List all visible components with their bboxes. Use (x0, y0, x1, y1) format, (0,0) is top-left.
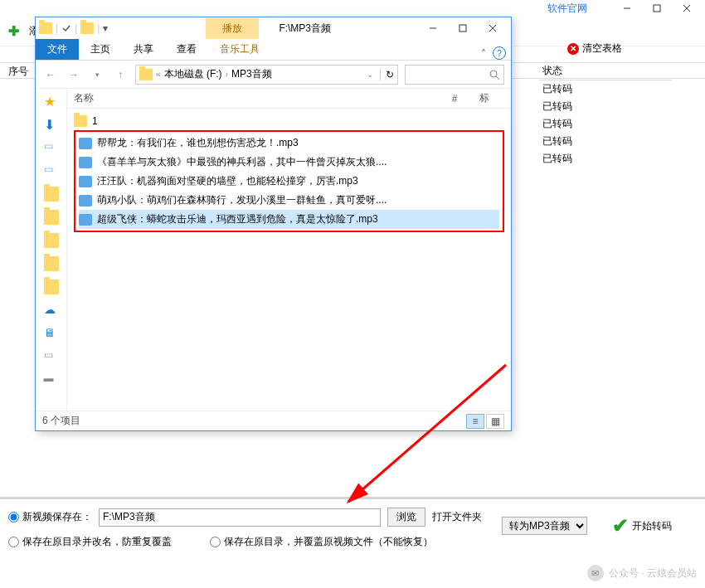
folder-sidebar-icon[interactable] (44, 187, 59, 202)
save-rename-radio[interactable]: 保存在原目录并改名，防重复覆盖 (8, 535, 172, 549)
svg-rect-1 (654, 5, 660, 12)
status-header: 状态 (539, 62, 672, 80)
save-path-input[interactable] (99, 508, 381, 527)
drive-icon[interactable]: ▬ (44, 372, 59, 387)
explorer-window: | | | ▾ 播放 F:\MP3音频 文件 主页 共享 查看 音乐工具 ˄ ?… (35, 17, 512, 431)
website-link[interactable]: 软件官网 (547, 2, 587, 16)
refresh-icon[interactable]: ↻ (380, 69, 394, 80)
tab-view[interactable]: 查看 (165, 39, 208, 60)
folder-icon (80, 22, 94, 34)
bg-titlebar: 软件官网 (0, 0, 705, 17)
explorer-sidebar: ★ ⬇ ▭ ▭ ☁ 🖥 ▭ ▬ (36, 89, 67, 411)
bg-close-button[interactable] (672, 1, 702, 16)
save-new-radio[interactable]: 新视频保存在： (8, 510, 92, 524)
pictures-icon[interactable]: ▭ (44, 163, 59, 178)
svg-rect-5 (459, 25, 466, 32)
tab-home[interactable]: 主页 (79, 39, 122, 60)
title-path: F:\MP3音频 (279, 22, 331, 36)
annotation-box: 帮帮龙：有我们在，谁也别想伤害恐龙！.mp3 《喜羊羊与灰太狼》中最强的神兵利器… (74, 130, 504, 232)
save-overwrite-radio[interactable]: 保存在原目录，并覆盖原视频文件（不能恢复） (210, 535, 433, 549)
nav-back-icon[interactable]: ← (42, 66, 59, 83)
start-convert-button[interactable]: ✔ 开始转码 (612, 514, 672, 537)
bg-maximize-button[interactable] (642, 1, 672, 16)
col-hash[interactable]: # (430, 93, 479, 104)
search-box[interactable] (405, 65, 504, 85)
open-folder-link[interactable]: 打开文件夹 (432, 510, 482, 524)
folder-icon (39, 22, 52, 34)
explorer-statusbar: 6 个项目 ≡ ▦ (36, 411, 511, 430)
explorer-minimize-button[interactable] (418, 21, 448, 36)
status-row: 已转码 (539, 133, 672, 150)
file-row-selected[interactable]: 超级飞侠：蟒蛇攻击乐迪，玛西亚遇到危险，真是太惊险了.mp3 (79, 210, 499, 229)
svg-line-9 (496, 76, 499, 80)
folder-row[interactable]: 1 (74, 114, 504, 129)
check-icon: ✔ (612, 514, 629, 537)
address-bar[interactable]: « 本地磁盘 (F:) › MP3音频 ⌄ ↻ (135, 65, 398, 85)
view-large-icon[interactable]: ▦ (486, 414, 504, 429)
nav-forward-icon[interactable]: → (66, 66, 82, 83)
tab-file[interactable]: 文件 (36, 39, 79, 60)
col-name[interactable]: 名称 (74, 91, 430, 105)
explorer-ribbon: 文件 主页 共享 查看 音乐工具 ˄ ? (36, 39, 511, 61)
clear-icon: ✕ (567, 43, 579, 55)
mp3-icon (79, 138, 92, 149)
folder-sidebar-icon[interactable] (44, 210, 59, 225)
clear-table-button[interactable]: ✕ 清空表格 (567, 41, 622, 56)
downloads-icon[interactable]: ⬇ (44, 117, 59, 132)
help-icon[interactable]: ? (493, 46, 506, 60)
mp3-icon (79, 157, 92, 168)
folder-icon (139, 69, 153, 80)
explorer-nav: ← → ▾ ↑ « 本地磁盘 (F:) › MP3音频 ⌄ ↻ (36, 61, 511, 89)
col-mark[interactable]: 标 (479, 91, 504, 105)
watermark: ✉ 公众号 · 云炫会员站 (587, 565, 697, 581)
this-pc-icon[interactable]: 🖥 (44, 326, 59, 341)
tab-music-tools[interactable]: 音乐工具 (208, 39, 271, 60)
folder-sidebar-icon[interactable] (44, 279, 59, 294)
bg-minimize-button[interactable] (612, 1, 642, 16)
drive-icon[interactable]: ▭ (44, 349, 59, 364)
file-row[interactable]: 汪汪队：机器狗面对坚硬的墙壁，也能轻松撞穿，厉害.mp3 (79, 172, 499, 191)
mp3-icon (79, 214, 92, 226)
tab-share[interactable]: 共享 (122, 39, 165, 60)
mp3-icon (79, 195, 92, 207)
file-list: 1 帮帮龙：有我们在，谁也别想伤害恐龙！.mp3 《喜羊羊与灰太狼》中最强的神兵… (67, 109, 511, 237)
mp3-icon (79, 176, 92, 187)
quick-access-icon[interactable]: ★ (44, 94, 59, 109)
wechat-icon: ✉ (587, 565, 604, 581)
nav-history-icon[interactable]: ▾ (89, 66, 105, 83)
item-count: 6 个项目 (42, 414, 80, 428)
play-tab[interactable]: 播放 (206, 18, 259, 39)
file-row[interactable]: 帮帮龙：有我们在，谁也别想伤害恐龙！.mp3 (79, 134, 499, 153)
status-row: 已转码 (539, 80, 672, 98)
folder-sidebar-icon[interactable] (44, 233, 59, 248)
view-details-icon[interactable]: ≡ (466, 414, 484, 429)
explorer-maximize-button[interactable] (448, 21, 478, 36)
status-row: 已转码 (539, 115, 672, 133)
status-column: 状态 已转码 已转码 已转码 已转码 已转码 (539, 62, 672, 168)
search-icon (489, 69, 500, 80)
ribbon-collapse-icon[interactable]: ˄ (481, 48, 486, 60)
browse-button[interactable]: 浏览 (387, 508, 425, 527)
explorer-titlebar: | | | ▾ 播放 F:\MP3音频 (36, 17, 511, 39)
nav-up-icon[interactable]: ↑ (112, 66, 129, 83)
explorer-main: 名称 # 标 1 帮帮龙：有我们在，谁也别想伤害恐龙！.mp3 《喜羊羊与灰太狼… (67, 89, 511, 411)
folder-sidebar-icon[interactable] (44, 256, 59, 271)
status-row: 已转码 (539, 150, 672, 168)
folder-icon (74, 115, 87, 127)
check-small-icon (61, 23, 71, 33)
file-row[interactable]: 萌鸡小队：萌鸡们在森林骑行，发现小溪里一群鲑鱼，真可爱呀.... (79, 191, 499, 210)
explorer-close-button[interactable] (478, 21, 508, 36)
add-icon: ✚ (8, 23, 19, 39)
seq-header: 序号 (0, 63, 36, 78)
status-row: 已转码 (539, 98, 672, 115)
documents-icon[interactable]: ▭ (44, 140, 59, 155)
onedrive-icon[interactable]: ☁ (44, 303, 59, 318)
column-header: 名称 # 标 (67, 89, 511, 109)
file-row[interactable]: 《喜羊羊与灰太狼》中最强的神兵利器，其中一件曾灭掉灰太狼.... (79, 153, 499, 172)
svg-point-8 (490, 70, 497, 77)
convert-format-select[interactable]: 转为MP3音频 (502, 517, 587, 535)
